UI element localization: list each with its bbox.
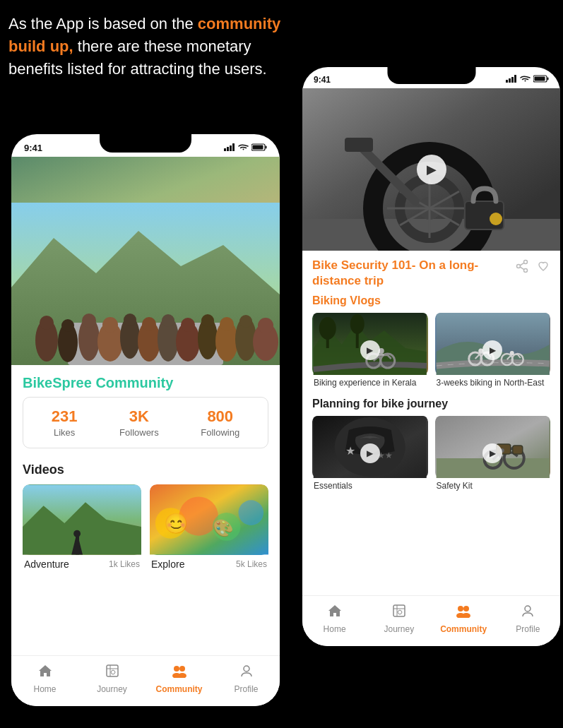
- svg-point-15: [82, 314, 96, 328]
- right-bottom-nav: Home Journey Community Profile: [302, 595, 560, 646]
- svg-rect-70: [345, 138, 373, 152]
- svg-rect-58: [547, 78, 549, 80]
- svg-text:😊: 😊: [164, 512, 189, 535]
- stat-followers: 3K Followers: [119, 407, 159, 438]
- stat-following-value: 800: [201, 407, 239, 426]
- right-time: 9:41: [314, 75, 331, 85]
- nav-journey-right[interactable]: Journey: [367, 604, 431, 634]
- nav-profile-label-right: Profile: [516, 624, 540, 634]
- nav-community-label-right: Community: [440, 624, 487, 634]
- videos-section-title: Videos: [11, 458, 280, 484]
- nav-community-right[interactable]: Community: [432, 604, 496, 634]
- svg-rect-53: [509, 78, 511, 83]
- heart-icon[interactable]: [536, 259, 550, 277]
- nav-profile-left[interactable]: Profile: [213, 664, 280, 694]
- nav-home-right[interactable]: Home: [302, 604, 367, 634]
- svg-point-79: [319, 317, 336, 340]
- nav-profile-right[interactable]: Profile: [496, 604, 560, 634]
- video-adventure[interactable]: Adventure 1k Likes: [23, 484, 141, 570]
- essentials-play[interactable]: ▶: [360, 443, 380, 463]
- left-bottom-nav: Home Journey Community Profile: [11, 655, 280, 706]
- svg-point-27: [201, 314, 214, 327]
- stats-box: 231 Likes 3K Followers 800 Following: [23, 397, 268, 448]
- svg-point-108: [525, 606, 531, 611]
- safety-caption: Safety Kit: [435, 478, 551, 491]
- nav-journey-left[interactable]: Journey: [78, 664, 146, 694]
- svg-point-104: [458, 606, 463, 611]
- right-status-icons: [506, 75, 549, 84]
- svg-point-105: [463, 606, 469, 611]
- left-status-icons: [224, 143, 267, 153]
- svg-text:★: ★: [345, 445, 355, 457]
- svg-point-38: [73, 530, 81, 537]
- kerala-caption: Biking experience in Kerala: [312, 375, 428, 388]
- kerala-play[interactable]: ▶: [360, 340, 380, 360]
- community-name: BikeSpree Community: [11, 365, 280, 397]
- vlogs-row: ▶ Biking experience in Kerala: [302, 313, 560, 395]
- svg-point-33: [258, 318, 273, 333]
- essentials-thumb: ★ ★★ ▶: [312, 416, 428, 478]
- video-explore[interactable]: 😊 🎨 Explore 5k Likes: [150, 484, 268, 570]
- nav-profile-label-left: Profile: [234, 684, 258, 694]
- svg-point-69: [490, 213, 502, 225]
- right-signal-icon: [506, 75, 517, 84]
- right-phone: 9:41: [302, 67, 560, 646]
- svg-rect-103: [393, 605, 405, 616]
- right-battery-icon: [533, 75, 549, 84]
- svg-rect-6: [266, 145, 267, 148]
- essentials-card[interactable]: ★ ★★ ▶ Essentials: [312, 416, 428, 491]
- home-icon-left: [37, 664, 53, 682]
- svg-rect-0: [224, 148, 226, 151]
- article-header: Bike Security 101- On a long-distance tr…: [302, 251, 560, 292]
- nav-home-label-right: Home: [324, 624, 346, 634]
- svg-point-73: [517, 265, 521, 268]
- adventure-likes: 1k Likes: [109, 559, 140, 569]
- share-icon[interactable]: [515, 259, 529, 277]
- svg-point-17: [102, 317, 118, 333]
- home-icon-right: [327, 604, 343, 622]
- northeast-caption: 3-weeks biking in North-East: [435, 375, 551, 388]
- intro-text: As the App is based on the community bui…: [0, 0, 290, 80]
- svg-point-13: [61, 319, 74, 332]
- profile-icon-left: [239, 664, 254, 682]
- journey-section-title: Planning for bike journey: [302, 395, 560, 416]
- safety-thumb: ▶: [435, 416, 551, 478]
- right-wifi-icon: [520, 75, 531, 84]
- left-time: 9:41: [24, 143, 42, 153]
- svg-point-51: [244, 666, 249, 672]
- left-notch: [100, 134, 191, 153]
- svg-line-74: [520, 263, 524, 265]
- stat-followers-label: Followers: [119, 427, 159, 438]
- safety-play[interactable]: ▶: [482, 443, 502, 463]
- nav-community-label-left: Community: [156, 684, 203, 694]
- svg-point-31: [239, 315, 252, 328]
- svg-line-75: [520, 267, 524, 270]
- svg-rect-5: [253, 145, 263, 149]
- stat-following: 800 Following: [201, 407, 239, 438]
- adventure-info: Adventure 1k Likes: [23, 555, 141, 570]
- kerala-card[interactable]: ▶ Biking experience in Kerala: [312, 313, 428, 388]
- svg-rect-52: [506, 80, 508, 83]
- svg-text:🎨: 🎨: [213, 518, 234, 538]
- article-icons: [515, 258, 550, 277]
- battery-icon: [251, 143, 267, 153]
- journey-icon-right: [392, 604, 406, 622]
- community-icon-left: [171, 664, 188, 682]
- journey-icon-left: [105, 664, 119, 682]
- journey-row: ★ ★★ ▶ Essentials: [302, 416, 560, 498]
- northeast-play[interactable]: ▶: [482, 340, 502, 360]
- northeast-thumb: ▶: [435, 313, 551, 375]
- safety-card[interactable]: ▶ Safety Kit: [435, 416, 551, 491]
- nav-home-left[interactable]: Home: [11, 664, 78, 694]
- svg-rect-54: [511, 77, 514, 83]
- adventure-thumb: [23, 484, 141, 555]
- svg-rect-3: [232, 143, 235, 151]
- profile-icon-right: [521, 604, 535, 622]
- explore-thumb: 😊 🎨: [150, 484, 268, 555]
- northeast-card[interactable]: ▶ 3-weeks biking in North-East: [435, 313, 551, 388]
- svg-point-25: [181, 318, 195, 332]
- moto-play-button[interactable]: ▶: [417, 155, 446, 184]
- svg-point-11: [40, 316, 54, 330]
- nav-community-left[interactable]: Community: [146, 664, 213, 694]
- svg-point-23: [162, 314, 174, 327]
